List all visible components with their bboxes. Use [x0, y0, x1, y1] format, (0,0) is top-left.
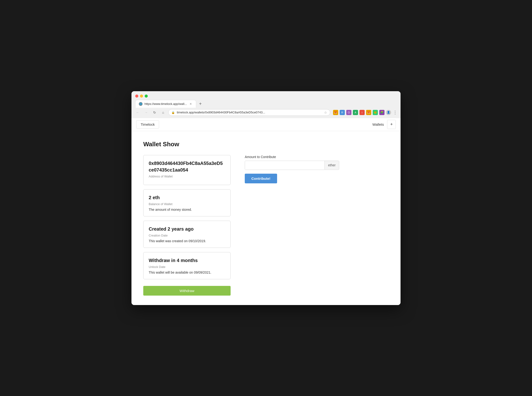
contribute-input[interactable] [245, 161, 324, 170]
page-title: Wallet Show [143, 140, 389, 148]
browser-window: 🌐 https://www.timelock.app/wall... ✕ + ←… [131, 91, 401, 305]
url-text: timelock.app/wallets/0x8903d464430Fb4C8a… [177, 111, 322, 114]
tab-favicon: 🌐 [139, 102, 142, 106]
address-bar[interactable]: 🔒 timelock.app/wallets/0x8903d464430Fb4C… [168, 109, 330, 116]
reload-button[interactable]: ↻ [151, 109, 158, 116]
close-traffic-light[interactable] [135, 94, 138, 98]
created-card: Created 2 years ago Creation Date This w… [143, 221, 231, 248]
address-card: 0x8903d464430Fb4C8aA55a3eD5ce07435cc1aa0… [143, 155, 231, 185]
nav-plus-button[interactable]: + [387, 120, 396, 129]
back-button[interactable]: ← [134, 109, 141, 116]
balance-card: 2 eth Balance of Wallet The amount of mo… [143, 189, 231, 216]
home-button[interactable]: ⌂ [160, 109, 166, 116]
created-value: Created 2 years ago [149, 226, 225, 232]
address-label: Address of Wallet [149, 175, 225, 178]
bookmark-icon[interactable]: ☆ [324, 111, 327, 114]
balance-value: 2 eth [149, 194, 225, 201]
address-value: 0x8903d464430Fb4C8aA55a3eD5ce07435cc1aa0… [149, 160, 225, 173]
ext-icon-7[interactable]: 🐸 [373, 110, 378, 115]
new-tab-button[interactable]: + [197, 100, 204, 107]
app-nav: Timelock Wallets + [131, 118, 401, 131]
contribute-unit: ether [324, 161, 339, 169]
withdraw-description: This wallet will be available on 09/09/2… [149, 271, 225, 274]
contribute-panel: Amount to Contribute ether Contribute! [245, 155, 339, 183]
withdraw-label: Unlock Date [149, 265, 225, 269]
minimize-traffic-light[interactable] [140, 94, 143, 98]
created-label: Creation Date [149, 234, 225, 237]
active-tab[interactable]: 🌐 https://www.timelock.app/wall... ✕ [135, 100, 196, 108]
traffic-lights [135, 94, 148, 98]
nav-brand[interactable]: Timelock [136, 120, 159, 128]
ext-icon-6[interactable]: 🦊 [366, 110, 371, 115]
contribute-button[interactable]: Contribute! [245, 174, 277, 183]
tab-bar: 🌐 https://www.timelock.app/wall... ✕ + [131, 100, 401, 108]
contribute-input-row: ether [245, 161, 339, 170]
ext-icon-8[interactable]: 🧩 [379, 110, 385, 115]
withdraw-value: Withdraw in 4 months [149, 257, 225, 264]
balance-description: The amount of money stored. [149, 208, 225, 211]
ext-icon-9[interactable]: 👤 [386, 110, 391, 115]
page-content: Wallet Show 0x8903d464430Fb4C8aA55a3eD5c… [131, 131, 401, 305]
ext-icon-3[interactable]: O [346, 110, 351, 115]
app-content: Timelock Wallets + Wallet Show 0x8903d46… [131, 118, 401, 305]
ext-icon-5[interactable]: i [359, 110, 365, 115]
address-bar-row: ← → ↻ ⌂ 🔒 timelock.app/wallets/0x8903d46… [131, 108, 401, 118]
browser-chrome: 🌐 https://www.timelock.app/wall... ✕ + ←… [131, 91, 401, 118]
tab-close-button[interactable]: ✕ [189, 102, 192, 106]
withdraw-card: Withdraw in 4 months Unlock Date This wa… [143, 252, 231, 279]
tab-title: https://www.timelock.app/wall... [144, 102, 187, 106]
ext-icon-4[interactable]: A [353, 110, 358, 115]
withdraw-button[interactable]: Withdraw [143, 286, 231, 296]
balance-label: Balance of Wallet [149, 202, 225, 206]
ext-icon-1[interactable]: 🦊 [333, 110, 338, 115]
nav-wallets-link[interactable]: Wallets [369, 121, 387, 128]
created-description: This wallet was created on 09/10/2019. [149, 239, 225, 243]
contribute-label: Amount to Contribute [245, 155, 339, 159]
extensions-area: 🦊 R O A i 🦊 🐸 🧩 👤 ⋮ [333, 110, 398, 115]
lock-icon: 🔒 [171, 111, 175, 114]
forward-button[interactable]: → [143, 109, 149, 116]
content-grid: 0x8903d464430Fb4C8aA55a3eD5ce07435cc1aa0… [143, 155, 389, 296]
maximize-traffic-light[interactable] [145, 94, 148, 98]
ext-icon-2[interactable]: R [340, 110, 345, 115]
info-cards: 0x8903d464430Fb4C8aA55a3eD5ce07435cc1aa0… [143, 155, 231, 296]
browser-menu-button[interactable]: ⋮ [392, 110, 398, 115]
title-bar [131, 91, 401, 100]
